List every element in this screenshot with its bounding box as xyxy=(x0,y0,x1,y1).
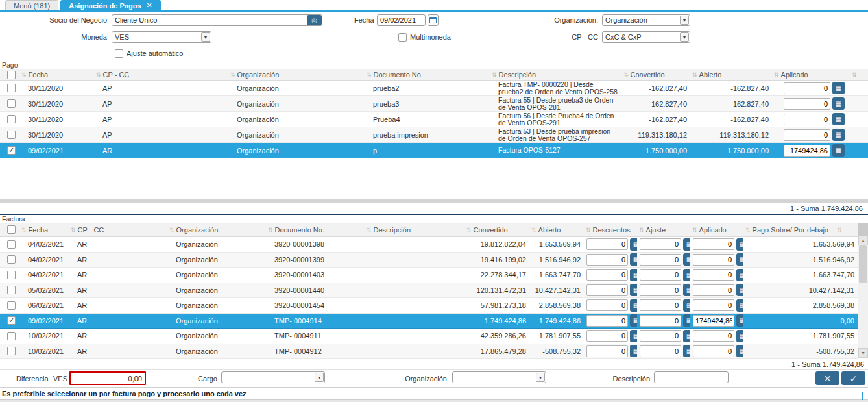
calculator-button[interactable] xyxy=(683,330,690,342)
calculator-button[interactable] xyxy=(736,330,743,342)
select-all-checkbox[interactable] xyxy=(7,71,16,79)
column-header-convertido[interactable]: Convertido xyxy=(464,223,529,236)
chevron-down-icon[interactable]: ▼ xyxy=(315,373,324,382)
calculator-button[interactable] xyxy=(832,97,845,110)
row-checkbox[interactable] xyxy=(7,240,16,249)
column-header-organizacion[interactable]: Organización. xyxy=(228,69,365,80)
column-header-cpcc[interactable]: CP - CC xyxy=(94,69,228,80)
ajuste-input[interactable] xyxy=(640,238,681,250)
descuentos-input[interactable] xyxy=(586,238,628,250)
calendar-button[interactable] xyxy=(428,14,439,26)
aplicado-input[interactable] xyxy=(784,82,830,94)
calculator-button[interactable] xyxy=(832,113,845,125)
calculator-button[interactable] xyxy=(736,345,743,357)
table-row[interactable]: 05/02/2021 AR Organización 3920-00001440… xyxy=(0,283,858,299)
descuentos-input[interactable] xyxy=(586,254,628,266)
scrollbar-track[interactable] xyxy=(858,245,868,348)
calculator-button[interactable] xyxy=(630,269,637,281)
column-header-aplicado[interactable]: Aplicado xyxy=(690,223,743,236)
calculator-button[interactable] xyxy=(630,314,637,327)
row-checkbox[interactable] xyxy=(7,271,16,279)
calculator-button[interactable] xyxy=(736,299,743,312)
table-row[interactable]: 30/11/2020 AP Organización prueba impres… xyxy=(0,127,868,143)
chevron-down-icon[interactable]: ▼ xyxy=(536,373,545,382)
aplicado-input[interactable] xyxy=(784,98,830,110)
descuentos-input[interactable] xyxy=(586,330,628,342)
column-header-documento[interactable]: Documento No. xyxy=(266,223,365,236)
aplicado-input[interactable] xyxy=(693,284,734,296)
table-row[interactable]: 10/02/2021 AR Organización TMP- 0004912 … xyxy=(0,344,858,360)
column-header-fecha[interactable]: Fecha xyxy=(19,69,94,80)
tab-menu[interactable]: Menú (181) xyxy=(5,0,58,10)
row-checkbox[interactable] xyxy=(7,146,16,155)
footer-organizacion-combo[interactable]: ▼ xyxy=(452,371,546,383)
calculator-button[interactable] xyxy=(683,238,690,251)
table-row[interactable]: 04/02/2021 AR Organización 3920-00001398… xyxy=(0,237,858,253)
calculator-button[interactable] xyxy=(736,253,743,266)
table-row[interactable]: 04/02/2021 AR Organización 3920-00001399… xyxy=(0,253,858,268)
cpcc-combo[interactable]: CxC & CxP ▼ xyxy=(602,31,690,43)
row-checkbox[interactable] xyxy=(7,347,16,355)
confirm-button[interactable]: ✓ xyxy=(841,371,865,385)
row-checkbox[interactable] xyxy=(7,301,16,310)
calculator-button[interactable] xyxy=(630,253,637,266)
calculator-button[interactable] xyxy=(630,299,637,312)
row-checkbox[interactable] xyxy=(7,99,16,108)
calculator-button[interactable] xyxy=(683,284,690,296)
row-checkbox[interactable] xyxy=(7,255,16,264)
column-header-aplicado[interactable]: Aplicado xyxy=(772,69,850,80)
column-header-cpcc[interactable]: CP - CC xyxy=(69,223,167,236)
row-checkbox[interactable] xyxy=(7,332,16,340)
ajuste-input[interactable] xyxy=(640,299,681,311)
aplicado-input[interactable] xyxy=(784,114,830,125)
table-row[interactable]: 30/11/2020 AP Organización prueba3 Factu… xyxy=(0,96,868,112)
calculator-button[interactable] xyxy=(630,345,637,357)
select-all-checkbox[interactable] xyxy=(7,225,16,234)
chevron-down-icon[interactable]: ▼ xyxy=(201,32,210,42)
calculator-button[interactable] xyxy=(832,129,845,141)
cargo-combo[interactable]: ▼ xyxy=(221,371,325,383)
aplicado-input[interactable] xyxy=(693,269,734,281)
socio-input[interactable] xyxy=(112,14,322,26)
table-row[interactable]: 30/11/2020 AP Organización Prueba4 Factu… xyxy=(0,112,868,127)
descuentos-input[interactable] xyxy=(586,284,628,296)
calculator-button[interactable] xyxy=(630,330,637,342)
tab-close-icon[interactable]: ✕ xyxy=(147,1,152,10)
bpartner-info-button[interactable]: ◎ xyxy=(307,15,322,25)
calculator-button[interactable] xyxy=(683,269,690,281)
row-checkbox[interactable] xyxy=(7,131,16,139)
calculator-button[interactable] xyxy=(683,314,690,327)
organizacion-combo[interactable]: Organización ▼ xyxy=(602,14,690,26)
multimoneda-checkbox[interactable] xyxy=(398,33,407,42)
table-row[interactable]: 04/02/2021 AR Organización 3920-00001403… xyxy=(0,268,858,283)
row-checkbox[interactable] xyxy=(7,286,16,294)
aplicado-input[interactable] xyxy=(693,315,734,327)
ajuste-input[interactable] xyxy=(640,254,681,266)
row-checkbox[interactable] xyxy=(7,115,16,123)
calculator-button[interactable] xyxy=(736,269,743,281)
aplicado-input[interactable] xyxy=(693,330,734,342)
table-row[interactable]: 09/02/2021 AR Organización p Factura OPO… xyxy=(0,143,868,158)
column-header-descuentos[interactable]: Descuentos xyxy=(584,223,637,236)
ajuste-input[interactable] xyxy=(640,269,681,281)
vertical-scrollbar[interactable]: ▲ ▼ xyxy=(858,223,868,358)
aplicado-input[interactable] xyxy=(784,129,830,141)
calculator-button[interactable] xyxy=(683,253,690,266)
row-checkbox[interactable] xyxy=(7,316,16,325)
ajuste-input[interactable] xyxy=(640,345,681,357)
column-header-organizacion[interactable]: Organización. xyxy=(167,223,266,236)
column-header-documento[interactable]: Documento No. xyxy=(365,69,490,80)
calculator-button[interactable] xyxy=(832,144,845,157)
column-header-fecha[interactable]: Fecha xyxy=(19,223,69,236)
descuentos-input[interactable] xyxy=(586,299,628,311)
calculator-button[interactable] xyxy=(832,82,845,94)
aplicado-input[interactable] xyxy=(693,238,734,250)
ajuste-input[interactable] xyxy=(640,315,681,327)
calculator-button[interactable] xyxy=(736,284,743,296)
aplicado-input[interactable] xyxy=(693,345,734,357)
aplicado-input[interactable] xyxy=(784,145,830,157)
descripcion-input[interactable] xyxy=(654,371,729,383)
column-header-descripcion[interactable]: Descripción xyxy=(365,223,464,236)
column-header-abierto[interactable]: Abierto xyxy=(690,69,772,80)
table-row[interactable]: 06/02/2021 AR Organización 3920-00001454… xyxy=(0,298,858,314)
